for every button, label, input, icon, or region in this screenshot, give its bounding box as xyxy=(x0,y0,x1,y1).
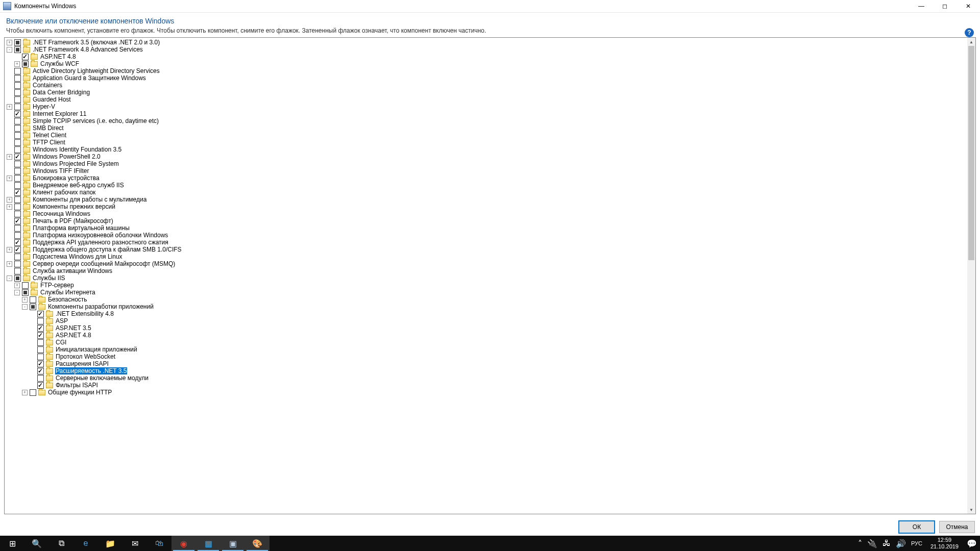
tree-item[interactable]: +Windows PowerShell 2.0 xyxy=(5,153,967,160)
tree-item[interactable]: Подсистема Windows для Linux xyxy=(5,253,967,260)
feature-label[interactable]: Подсистема Windows для Linux xyxy=(32,253,123,260)
feature-checkbox[interactable] xyxy=(14,218,21,224)
feature-checkbox[interactable] xyxy=(22,61,29,67)
expand-icon[interactable]: + xyxy=(7,247,12,253)
tree-item[interactable]: Печать в PDF (Майкрософт) xyxy=(5,217,967,224)
feature-label[interactable]: Службы IIS xyxy=(32,274,65,282)
expand-icon[interactable]: + xyxy=(7,40,12,45)
feature-checkbox[interactable] xyxy=(14,175,21,182)
feature-checkbox[interactable] xyxy=(22,289,29,296)
tree-item[interactable]: Data Center Bridging xyxy=(5,89,967,96)
feature-label[interactable]: Клиент рабочих папок xyxy=(32,189,96,196)
tree-item[interactable]: Песочница Windows xyxy=(5,210,967,217)
feature-checkbox[interactable] xyxy=(14,139,21,146)
feature-label[interactable]: Windows PowerShell 2.0 xyxy=(32,153,101,160)
feature-checkbox[interactable] xyxy=(14,204,21,210)
feature-label[interactable]: CGI xyxy=(55,339,67,346)
feature-checkbox[interactable] xyxy=(14,268,21,274)
tree-item[interactable]: -Службы Интернета xyxy=(5,289,967,296)
feature-checkbox[interactable] xyxy=(37,346,44,353)
feature-label[interactable]: Протокол WebSocket xyxy=(55,353,116,360)
tree-item[interactable]: Simple TCPIP services (i.e. echo, daytim… xyxy=(5,117,967,124)
feature-checkbox[interactable] xyxy=(14,82,21,89)
feature-checkbox[interactable] xyxy=(14,239,21,246)
close-button[interactable]: ✕ xyxy=(957,0,980,12)
tree-item[interactable]: +FTP-сервер xyxy=(5,282,967,289)
feature-checkbox[interactable] xyxy=(14,68,21,74)
feature-checkbox[interactable] xyxy=(37,332,44,339)
feature-checkbox[interactable] xyxy=(30,296,36,303)
expand-icon[interactable]: + xyxy=(22,390,28,395)
feature-checkbox[interactable] xyxy=(37,311,44,317)
feature-checkbox[interactable] xyxy=(14,111,21,117)
tree-item[interactable]: CGI xyxy=(5,339,967,346)
feature-label[interactable]: FTP-сервер xyxy=(40,282,75,289)
feature-label[interactable]: Guarded Host xyxy=(32,96,71,103)
feature-label[interactable]: ASP.NET 3.5 xyxy=(55,324,92,332)
feature-label[interactable]: Simple TCPIP services (i.e. echo, daytim… xyxy=(32,117,159,124)
tree-item[interactable]: .NET Extensibility 4.8 xyxy=(5,310,967,317)
network-icon[interactable]: 🖧 xyxy=(883,539,891,548)
scroll-down-button[interactable]: ▼ xyxy=(967,506,975,514)
tree-item[interactable]: Расширяемость .NET 3.5 xyxy=(5,367,967,374)
feature-label[interactable]: Инициализация приложений xyxy=(55,346,138,353)
feature-checkbox[interactable] xyxy=(14,132,21,139)
feature-label[interactable]: Общие функции HTTP xyxy=(47,389,112,396)
tree-item[interactable]: +Сервер очереди сообщений Майкрософт (MS… xyxy=(5,260,967,267)
feature-label[interactable]: Блокировка устройства xyxy=(32,174,100,182)
expand-icon[interactable]: + xyxy=(14,61,20,67)
feature-label[interactable]: Внедряемое веб-ядро служб IIS xyxy=(32,182,125,189)
maximize-button[interactable]: ◻ xyxy=(933,0,957,12)
feature-checkbox[interactable] xyxy=(14,75,21,82)
feature-checkbox[interactable] xyxy=(37,354,44,360)
taskbar-taskview-button[interactable]: ⧉ xyxy=(49,536,74,551)
clock[interactable]: 12:59 21.10.2019 xyxy=(927,537,962,550)
power-icon[interactable]: 🔌 xyxy=(867,539,877,548)
feature-checkbox[interactable] xyxy=(37,375,44,382)
taskbar-search-button[interactable]: 🔍 xyxy=(24,536,49,551)
feature-label[interactable]: TFTP Client xyxy=(32,139,66,146)
taskbar[interactable]: ⊞🔍⧉e📁✉🛍◉▦▣🎨 ˄ 🔌 🖧 🔊 РУС 12:59 21.10.2019… xyxy=(0,536,980,551)
feature-label[interactable]: Службы WCF xyxy=(40,60,80,67)
feature-checkbox[interactable] xyxy=(37,325,44,332)
taskbar-chrome-button[interactable]: ◉ xyxy=(172,536,196,551)
feature-checkbox[interactable] xyxy=(37,382,44,389)
feature-checkbox[interactable] xyxy=(14,161,21,167)
feature-label[interactable]: Песочница Windows xyxy=(32,210,91,217)
feature-label[interactable]: ASP.NET 4.8 xyxy=(55,332,92,339)
feature-checkbox[interactable] xyxy=(14,182,21,189)
tree-item[interactable]: Платформа виртуальной машины xyxy=(5,224,967,232)
tree-item[interactable]: Application Guard в Защитнике Windows xyxy=(5,74,967,82)
tree-item[interactable]: +Компоненты для работы с мультимедиа xyxy=(5,196,967,203)
feature-checkbox[interactable] xyxy=(22,282,29,289)
expand-icon[interactable]: + xyxy=(7,204,12,210)
taskbar-store-button[interactable]: 🛍 xyxy=(147,536,172,551)
feature-checkbox[interactable] xyxy=(14,168,21,174)
expand-icon[interactable]: + xyxy=(14,283,20,288)
feature-checkbox[interactable] xyxy=(14,254,21,260)
tree-item[interactable]: +Безопасность xyxy=(5,296,967,303)
tree-item[interactable]: Guarded Host xyxy=(5,96,967,103)
feature-checkbox[interactable] xyxy=(37,361,44,367)
feature-checkbox[interactable] xyxy=(14,125,21,132)
tree-item[interactable]: Windows Identity Foundation 3.5 xyxy=(5,146,967,153)
expand-icon[interactable]: + xyxy=(7,154,12,160)
feature-label[interactable]: Компоненты для работы с мультимедиа xyxy=(32,196,147,203)
tree-item[interactable]: Инициализация приложений xyxy=(5,346,967,353)
feature-label[interactable]: .NET Framework 4.8 Advanced Services xyxy=(32,46,143,53)
feature-label[interactable]: Расширяемость .NET 3.5 xyxy=(55,367,127,374)
feature-label[interactable]: Фильтры ISAPI xyxy=(55,382,99,389)
tray-chevron-icon[interactable]: ˄ xyxy=(858,539,862,548)
feature-checkbox[interactable] xyxy=(14,104,21,110)
tree-item[interactable]: ASP.NET 4.8 xyxy=(5,53,967,60)
feature-checkbox[interactable] xyxy=(37,318,44,324)
tree-item[interactable]: SMB Direct xyxy=(5,124,967,132)
notifications-icon[interactable]: 💬 xyxy=(967,539,977,548)
sound-icon[interactable]: 🔊 xyxy=(896,539,906,548)
tree-item[interactable]: -Компоненты разработки приложений xyxy=(5,303,967,310)
feature-checkbox[interactable] xyxy=(14,196,21,203)
feature-label[interactable]: Платформа виртуальной машины xyxy=(32,224,130,232)
tree-item[interactable]: TFTP Client xyxy=(5,139,967,146)
feature-label[interactable]: Служба активации Windows xyxy=(32,267,113,274)
collapse-icon[interactable]: - xyxy=(22,304,28,310)
